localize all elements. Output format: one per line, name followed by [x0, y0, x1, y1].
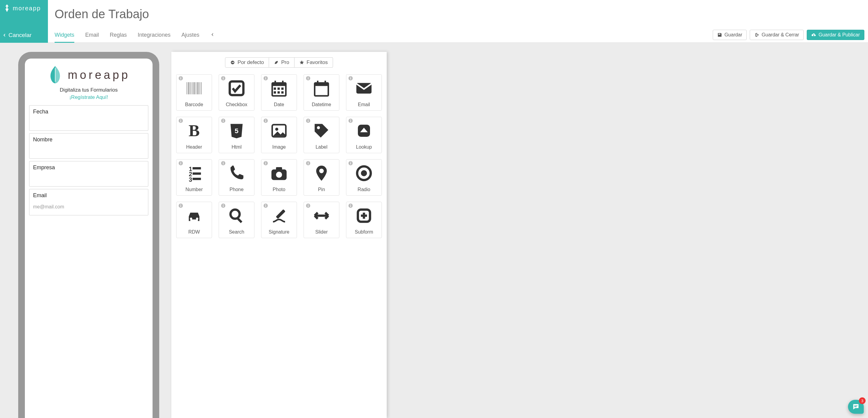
field-placeholder: me@mail.com [33, 204, 144, 210]
info-icon[interactable] [263, 76, 268, 81]
widget-radio[interactable]: Radio [346, 159, 382, 196]
search-icon [227, 202, 246, 229]
email-icon [355, 74, 373, 102]
palette-tab-default[interactable]: Por defecto [225, 57, 269, 68]
widget-label: Number [186, 187, 203, 192]
widget-label: Pin [318, 187, 325, 192]
signout-icon [754, 32, 759, 37]
widget-label: Slider [315, 229, 328, 235]
tab-integrations[interactable]: Integraciones [138, 29, 170, 43]
info-icon[interactable] [178, 76, 183, 81]
preview-cta-link[interactable]: ¡Regístrate Aquí! [29, 94, 148, 100]
widget-label: Html [232, 144, 242, 150]
widget-lookup[interactable]: Lookup [346, 117, 382, 153]
widget-label: RDW [188, 229, 200, 235]
lookup-icon [355, 117, 373, 144]
info-icon[interactable] [348, 76, 353, 81]
widget-html[interactable]: Html [219, 117, 254, 153]
widget-number[interactable]: Number [176, 159, 212, 196]
widget-image[interactable]: Image [261, 117, 297, 153]
chevron-left-icon [210, 32, 214, 37]
phone-preview: moreapp Digitaliza tus Formularios ¡Regí… [18, 52, 159, 418]
label-icon [312, 117, 331, 144]
tab-email[interactable]: Email [85, 29, 99, 43]
image-icon [270, 117, 288, 144]
tab-settings[interactable]: Ajustes [181, 29, 199, 43]
widget-slider[interactable]: Slider [304, 202, 339, 238]
palette-tab-favorites[interactable]: Favoritos [294, 57, 333, 68]
checkbox-icon [227, 74, 246, 102]
form-field-email[interactable]: Emailme@mail.com [29, 189, 148, 215]
widget-label[interactable]: Label [304, 117, 339, 153]
widget-label: Signature [269, 229, 290, 235]
widget-barcode[interactable]: Barcode [176, 74, 212, 111]
save-button[interactable]: Guardar [713, 30, 747, 40]
info-icon[interactable] [178, 203, 183, 208]
widget-email[interactable]: Email [346, 74, 382, 111]
save-icon [717, 32, 722, 37]
widget-label: Checkbox [226, 102, 247, 108]
save-publish-button[interactable]: Guardar & Publicar [807, 30, 864, 40]
field-label: Empresa [33, 165, 144, 171]
info-icon[interactable] [306, 76, 311, 81]
widget-date[interactable]: Date [261, 74, 297, 111]
form-field-nombre[interactable]: Nombre [29, 133, 148, 159]
palette-tab-default-label: Por defecto [238, 59, 264, 65]
palette-tab-favorites-label: Favoritos [307, 59, 328, 65]
phone-screen[interactable]: moreapp Digitaliza tus Formularios ¡Regí… [27, 62, 150, 418]
tab-widgets[interactable]: Widgets [55, 29, 74, 43]
phone-icon [227, 159, 246, 187]
info-icon[interactable] [221, 118, 226, 123]
signature-icon [270, 202, 288, 229]
form-field-empresa[interactable]: Empresa [29, 161, 148, 186]
slider-icon [312, 202, 331, 229]
pin-icon [312, 159, 331, 187]
info-icon[interactable] [178, 161, 183, 166]
preview-logo: moreapp [29, 65, 148, 85]
info-icon[interactable] [348, 118, 353, 123]
widget-search[interactable]: Search [219, 202, 254, 238]
brand-block: moreapp Cancelar [0, 0, 48, 43]
widget-phone[interactable]: Phone [219, 159, 254, 196]
info-icon[interactable] [306, 203, 311, 208]
workspace: moreapp Digitaliza tus Formularios ¡Regí… [0, 43, 868, 418]
info-icon[interactable] [306, 161, 311, 166]
info-icon[interactable] [221, 161, 226, 166]
info-icon[interactable] [221, 203, 226, 208]
leaf-icon [4, 4, 10, 12]
brand-logo[interactable]: moreapp [0, 0, 48, 17]
widget-checkbox[interactable]: Checkbox [219, 74, 254, 111]
arrow-left-icon [2, 33, 7, 37]
save-label: Guardar [724, 32, 742, 38]
widget-rdw[interactable]: RDW [176, 202, 212, 238]
widget-label: Image [272, 144, 286, 150]
tab-rules[interactable]: Reglas [110, 29, 127, 43]
palette-tab-pro[interactable]: Pro [269, 57, 294, 68]
leaf-color-icon [47, 65, 63, 85]
cancel-button[interactable]: Cancelar [2, 32, 32, 38]
info-icon[interactable] [348, 161, 353, 166]
cloud-upload-icon [811, 32, 816, 37]
widget-photo[interactable]: Photo [261, 159, 297, 196]
save-button-group: Guardar Guardar & Cerrar Guardar & Publi… [713, 30, 864, 40]
widget-pin[interactable]: Pin [304, 159, 339, 196]
tab-bar: Widgets Email Reglas Integraciones Ajust… [55, 29, 214, 42]
radio-icon [355, 159, 373, 187]
chat-fab[interactable]: 3 [848, 400, 864, 414]
tab-back[interactable] [210, 29, 214, 43]
info-icon[interactable] [263, 118, 268, 123]
info-icon[interactable] [348, 203, 353, 208]
info-icon[interactable] [263, 161, 268, 166]
info-icon[interactable] [306, 118, 311, 123]
widget-label: Subform [355, 229, 373, 235]
widget-signature[interactable]: Signature [261, 202, 297, 238]
widget-header[interactable]: Header [176, 117, 212, 153]
widget-datetime[interactable]: Datetime [304, 74, 339, 111]
form-field-fecha[interactable]: Fecha [29, 105, 148, 131]
info-icon[interactable] [263, 203, 268, 208]
info-icon[interactable] [178, 118, 183, 123]
widget-subform[interactable]: Subform [346, 202, 382, 238]
info-icon[interactable] [221, 76, 226, 81]
field-label: Fecha [33, 109, 144, 115]
save-close-button[interactable]: Guardar & Cerrar [750, 30, 804, 40]
